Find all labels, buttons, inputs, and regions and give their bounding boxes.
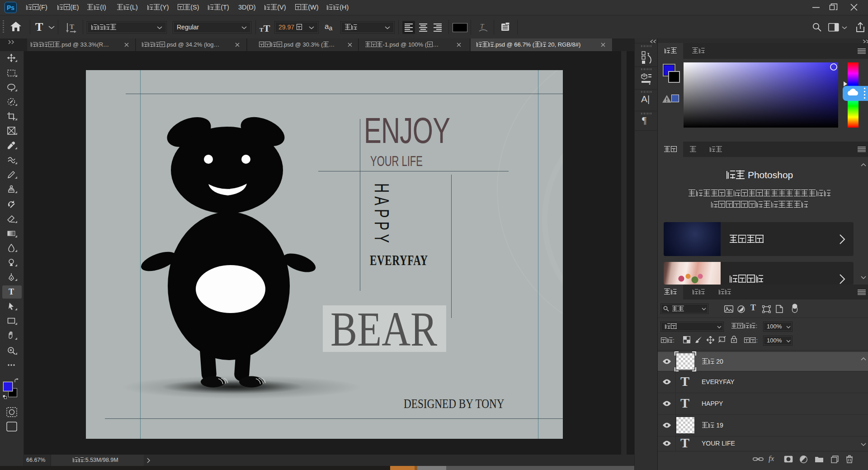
svg-text:T: T: [70, 23, 74, 30]
svg-text:T: T: [9, 287, 14, 295]
svg-text:T: T: [480, 23, 485, 30]
